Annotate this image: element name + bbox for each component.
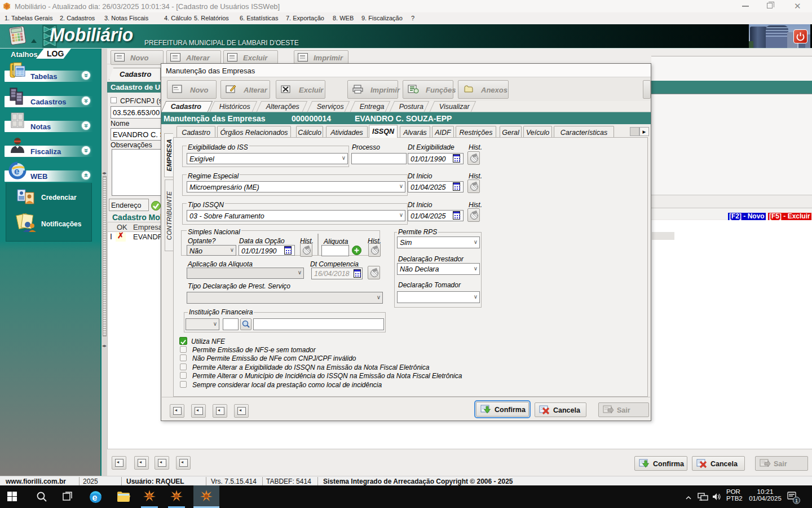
svg-text:e: e: [14, 166, 19, 177]
svg-text:e: e: [92, 493, 98, 502]
